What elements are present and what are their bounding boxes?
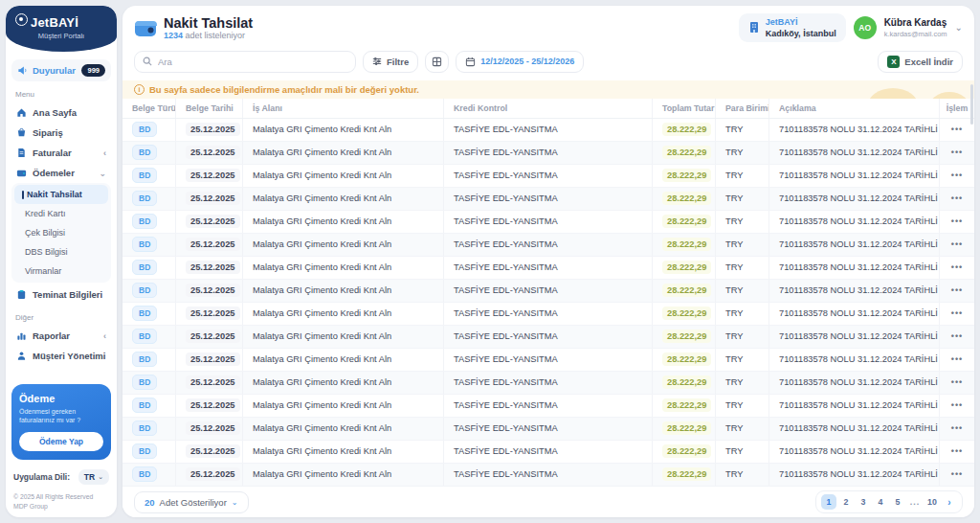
row-actions-menu[interactable]: ••• [951,446,963,456]
total-amount-cell: 28.222,29 [662,352,711,366]
sidebar-item-label: Teminat Bilgileri [33,289,106,300]
credit-control-cell: TASFİYE EDL-YANSITMA [444,188,653,210]
table-row[interactable]: BD 25.12.2025 Malatya GRI Çimento Kredi … [122,188,974,211]
pagination-page-1[interactable]: 1 [821,494,836,510]
pagination-page-4[interactable]: 4 [873,494,888,510]
table-row[interactable]: BD 25.12.2025 Malatya GRI Çimento Kredi … [122,464,974,486]
search-input[interactable] [158,57,347,67]
row-actions-menu[interactable]: ••• [951,423,963,433]
description-cell: 7101183578 NOLU 31.12.2024 TARİHLİ FAT [769,280,940,302]
company-name: JetBAYİ [766,17,836,29]
pagination-page-3[interactable]: 3 [856,494,871,510]
sidebar-item-odemeler[interactable]: Ödemeler ⌄ [11,163,111,183]
currency-cell: TRY [716,395,769,417]
credit-control-cell: TASFİYE EDL-YANSITMA [444,395,653,417]
pagination-next[interactable]: › [942,494,957,510]
table-row[interactable]: BD 25.12.2025 Malatya GRI Çimento Kredi … [122,234,974,257]
row-actions-menu[interactable]: ••• [951,331,963,341]
row-actions-menu[interactable]: ••• [951,354,963,364]
table-row[interactable]: BD 25.12.2025 Malatya GRI Çimento Kredi … [122,303,974,326]
sidebar-subitem-cek-bilgisi[interactable]: Çek Bilgisi [11,223,111,242]
sidebar-item-musteri-yonetimi[interactable]: Müşteri Yönetimi [11,346,111,366]
excel-download-button[interactable]: X Excell İndir [878,51,963,73]
sidebar-item-teminat-bilgileri[interactable]: Teminat Bilgileri [11,284,111,305]
table-row[interactable]: BD 25.12.2025 Malatya GRI Çimento Kredi … [122,211,974,234]
scrollbar-thumb[interactable] [970,84,973,125]
row-actions-menu[interactable]: ••• [951,308,963,318]
sidebar-subitem-kredi-karti[interactable]: Kredi Kartı [11,204,111,223]
sidebar-item-siparis[interactable]: Sipariş [11,123,111,143]
row-actions-menu[interactable]: ••• [951,148,963,157]
total-amount-cell: 28.222,29 [662,421,711,435]
main-content: Nakit Tahsilat 1234 adet listeleniyor Je… [122,6,974,517]
sidebar-subitem-nakit-tahsilat[interactable]: Nakit Tahsilat [14,185,108,204]
sidebar-item-duyurular[interactable]: Duyurular 999 [11,59,111,81]
total-amount-cell: 28.222,29 [662,123,711,136]
row-actions-menu[interactable]: ••• [951,262,963,272]
pagination-page-2[interactable]: 2 [838,494,854,510]
search-icon [143,57,152,66]
company-location: Kadıköy, İstanbul [766,29,836,38]
currency-cell: TRY [716,280,769,302]
credit-control-cell: TASFİYE EDL-YANSITMA [444,372,653,394]
pagination: 12345...10› [815,490,963,513]
table-row[interactable]: BD 25.12.2025 Malatya GRI Çimento Kredi … [122,165,974,188]
logo-title: JetBAYİ [31,15,78,30]
pay-now-button[interactable]: Ödeme Yap [19,432,103,451]
table-row[interactable]: BD 25.12.2025 Malatya GRI Çimento Kredi … [122,441,974,464]
row-actions-menu[interactable]: ••• [951,285,963,295]
date-range-button[interactable]: 12/12/2025 - 25/12/2026 [456,51,584,73]
row-actions-menu[interactable]: ••• [951,125,963,134]
table-row[interactable]: BD 25.12.2025 Malatya GRI Çimento Kredi … [122,257,974,280]
sidebar-subitem-dbs-bilgisi[interactable]: DBS Bilgisi [11,242,111,262]
table-row[interactable]: BD 25.12.2025 Malatya GRI Çimento Kredi … [122,119,974,142]
table-row[interactable]: BD 25.12.2025 Malatya GRI Çimento Kredi … [122,395,974,418]
pagination-page-10[interactable]: 10 [924,494,940,510]
row-actions-menu[interactable]: ••• [951,239,963,249]
credit-control-cell: TASFİYE EDL-YANSITMA [444,418,653,440]
row-actions-menu[interactable]: ••• [951,377,963,387]
sidebar-item-ana-sayfa[interactable]: Ana Sayfa [11,102,111,123]
business-area-cell: Malatya GRI Çimento Kredi Knt Aln [243,211,444,233]
columns-grid-button[interactable] [425,51,449,73]
credit-control-cell: TASFİYE EDL-YANSITMA [444,303,653,325]
row-actions-menu[interactable]: ••• [951,469,963,479]
avatar[interactable]: AO [854,16,877,39]
active-indicator [22,191,24,199]
business-area-cell: Malatya GRI Çimento Kredi Knt Aln [243,326,444,348]
sidebar-subitem-virmanlar[interactable]: Virmanlar [11,262,111,281]
doc-type-badge: BD [132,375,157,390]
row-actions-menu[interactable]: ••• [951,193,963,203]
total-amount-cell: 28.222,29 [662,444,711,458]
table-row[interactable]: BD 25.12.2025 Malatya GRI Çimento Kredi … [122,326,974,349]
business-area-cell: Malatya GRI Çimento Kredi Knt Aln [243,142,444,164]
language-selector[interactable]: TR ⌄ [78,469,109,485]
total-amount-cell: 28.222,29 [662,215,711,228]
jetbayi-logo-icon [15,13,28,26]
total-amount-cell: 28.222,29 [662,330,711,343]
logo-block: JetBAYİ Müşteri Portalı [6,6,117,52]
sidebar-item-raporlar[interactable]: Raporlar ‹ [11,326,111,346]
table-row[interactable]: BD 25.12.2025 Malatya GRI Çimento Kredi … [122,372,974,395]
table-row[interactable]: BD 25.12.2025 Malatya GRI Çimento Kredi … [122,418,974,441]
row-actions-menu[interactable]: ••• [951,216,963,226]
row-actions-menu[interactable]: ••• [951,171,963,180]
table-row[interactable]: BD 25.12.2025 Malatya GRI Çimento Kredi … [122,280,974,303]
toolbar: Filtre 12/12/2025 - 25/12/2026 X Excell … [122,46,974,80]
user-menu-chevron-icon[interactable]: ⌄ [955,22,963,33]
business-area-cell: Malatya GRI Çimento Kredi Knt Aln [243,119,444,141]
users-icon [16,351,27,361]
company-selector[interactable]: JetBAYİ Kadıköy, İstanbul [739,13,846,42]
row-actions-menu[interactable]: ••• [951,400,963,410]
currency-cell: TRY [716,188,769,210]
table-row[interactable]: BD 25.12.2025 Malatya GRI Çimento Kredi … [122,142,974,165]
sidebar-item-faturalar[interactable]: Faturalar ‹ [11,143,111,163]
pagination-page-5[interactable]: 5 [890,494,905,510]
doc-date: 25.12.2025 [186,421,240,435]
chevron-down-icon: ⌄ [99,169,106,178]
description-cell: 7101183578 NOLU 31.12.2024 TARİHLİ FAT [769,234,940,256]
filter-button[interactable]: Filtre [363,51,418,73]
page-size-selector[interactable]: 20 Adet Gösteriliyor ⌄ [134,491,249,513]
table-row[interactable]: BD 25.12.2025 Malatya GRI Çimento Kredi … [122,349,974,372]
table-body: BD 25.12.2025 Malatya GRI Çimento Kredi … [122,119,974,486]
